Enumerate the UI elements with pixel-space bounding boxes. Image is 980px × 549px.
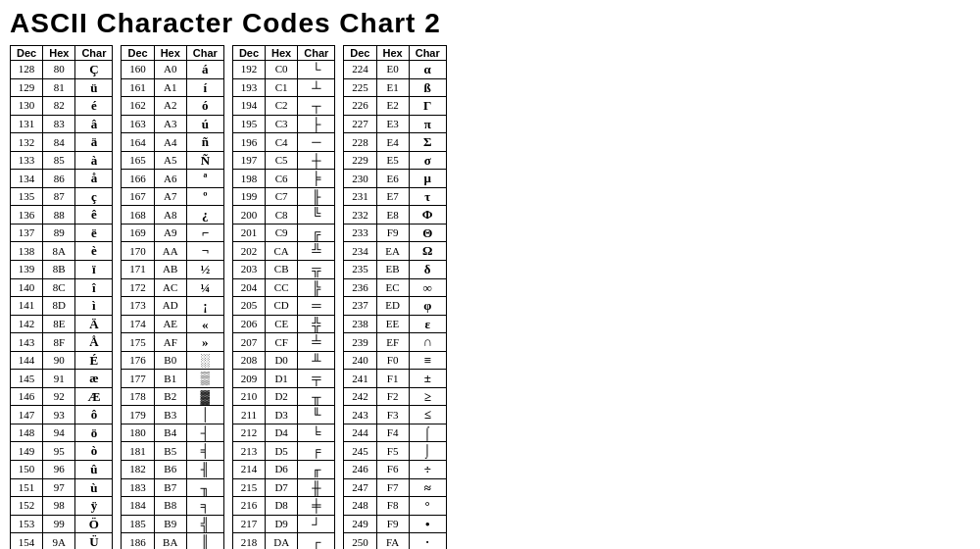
dec-cell: 167 [122,187,154,206]
dec-cell: 236 [344,278,376,297]
char-cell: ┤ [186,424,223,442]
dec-cell: 230 [344,170,376,188]
char-cell: α [409,61,446,79]
dec-cell: 178 [122,387,154,406]
dec-cell: 231 [344,187,376,206]
dec-cell: 171 [122,261,154,279]
column-header: Dec [11,46,43,61]
char-cell: æ [75,370,113,388]
hex-cell: E1 [376,78,409,97]
dec-cell: 229 [344,151,376,170]
hex-cell: B1 [154,370,186,388]
table-row: 177B1▒ [122,370,223,388]
dec-cell: 139 [11,261,43,279]
hex-cell: B0 [154,351,186,370]
table-row: 14692Æ [11,387,113,406]
char-cell: ß [409,78,446,97]
dec-cell: 248 [344,497,376,516]
table-row: 235EBδ [344,261,446,279]
dec-cell: 203 [232,261,265,279]
dec-cell: 175 [122,333,154,352]
char-cell: ╔ [298,224,335,242]
hex-cell: A1 [154,78,186,97]
hex-cell: AF [154,333,186,352]
table-row: 14591æ [11,370,113,388]
table-row: 15399Ö [11,515,113,533]
column-header: Char [409,46,446,61]
hex-cell: F7 [376,478,409,497]
char-cell: è [75,242,113,261]
dec-cell: 244 [344,424,376,442]
table-row: 217D9┘ [232,515,334,533]
hex-cell: 8F [43,333,75,352]
char-cell: ▒ [186,370,223,388]
dec-cell: 141 [11,297,43,316]
dec-cell: 224 [344,61,376,79]
char-cell: ╠ [298,278,335,297]
char-cell: ╚ [298,206,335,225]
table-row: 179B3│ [122,406,223,424]
dec-cell: 151 [11,478,43,497]
char-cell: ╙ [298,406,335,424]
char-cell: ç [75,187,113,206]
hex-cell: B5 [154,442,186,461]
char-cell: â [75,115,113,133]
char-cell: ò [75,442,113,461]
table-row: 215D7╫ [232,478,334,497]
char-cell: Æ [75,387,113,406]
dec-cell: 144 [11,351,43,370]
dec-cell: 153 [11,515,43,533]
table-row: 192C0└ [232,61,334,79]
hex-cell: AB [154,261,186,279]
char-cell: ┘ [298,515,335,533]
table-row: 203CB╦ [232,261,334,279]
hex-cell: A2 [154,97,186,116]
hex-cell: 99 [43,515,75,533]
table-row: 13688ê [11,206,113,225]
hex-cell: CE [266,315,298,333]
dec-cell: 243 [344,406,376,424]
table-row: 213D5╒ [232,442,334,461]
char-cell: ╕ [186,497,223,516]
table-row: 197C5┼ [232,151,334,170]
dec-cell: 242 [344,387,376,406]
dec-cell: 133 [11,151,43,170]
char-cell: ≡ [409,351,446,370]
hex-cell: D4 [266,424,298,442]
dec-cell: 205 [232,297,265,316]
table-row: 200C8╚ [232,206,334,225]
table-row: 218DA┌ [232,533,334,549]
char-cell: ÿ [75,497,113,516]
dec-cell: 250 [344,533,376,549]
char-cell: Ω [409,242,446,261]
char-cell: à [75,151,113,170]
hex-cell: B9 [154,515,186,533]
char-cell: ║ [186,533,223,549]
hex-cell: D7 [266,478,298,497]
hex-cell: 86 [43,170,75,188]
hex-cell: E7 [376,187,409,206]
char-cell: é [75,97,113,116]
column-header: Dec [232,46,265,61]
table-row: 171AB½ [122,261,223,279]
char-cell: ╞ [298,170,335,188]
char-cell: ä [75,133,113,152]
char-cell: ╟ [298,187,335,206]
char-cell: ⌐ [186,224,223,242]
dec-cell: 207 [232,333,265,352]
dec-cell: 201 [232,224,265,242]
table-row: 238EEε [344,315,446,333]
table-row: 216D8╪ [232,497,334,516]
table-row: 1438FÅ [11,333,113,352]
table-row: 232E8Φ [344,206,446,225]
char-cell: å [75,170,113,188]
char-cell: « [186,315,223,333]
hex-cell: F9 [376,515,409,533]
table-row: 212D4╘ [232,424,334,442]
table-row: 228E4Σ [344,133,446,152]
char-cell: ÷ [409,461,446,479]
column-header: Hex [266,46,298,61]
hex-cell: ED [376,297,409,316]
hex-cell: 81 [43,78,75,97]
table-row: 1388Aè [11,242,113,261]
